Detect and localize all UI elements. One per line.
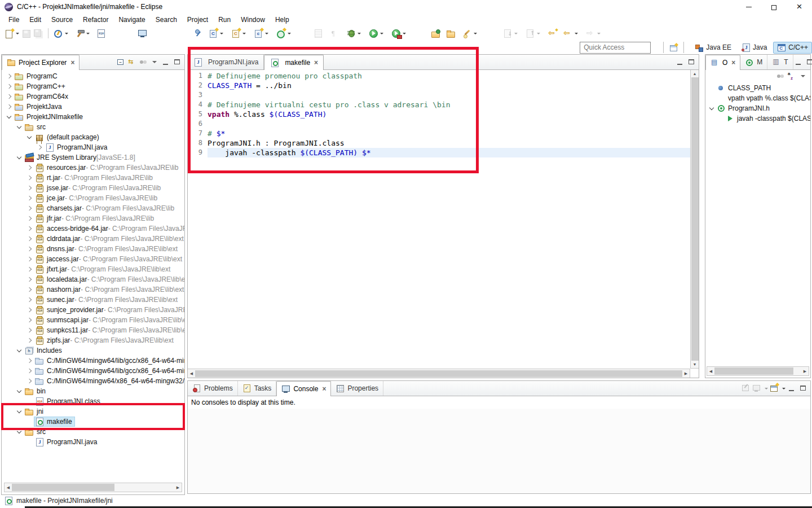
save-button[interactable]: [20, 27, 32, 40]
tree-item-dnsns-jar[interactable]: dnsns.jar - C:\Program Files\JavaJRE\lib…: [2, 244, 184, 254]
close-icon[interactable]: ×: [314, 59, 318, 67]
minimize-button[interactable]: [161, 57, 171, 67]
tree-item-sunjce-provider-jar[interactable]: sunjce_provider.jar - C:\Program Files\J…: [2, 305, 184, 315]
scrollbar-thumb[interactable]: [714, 367, 793, 375]
c-search-button[interactable]: [192, 27, 204, 40]
tab-outline-m[interactable]: M: [740, 55, 767, 69]
binary-button[interactable]: [95, 27, 107, 40]
expander-icon[interactable]: [25, 207, 34, 210]
perspective-c-c-[interactable]: C/C++: [773, 42, 812, 54]
scrollbar-thumb[interactable]: [691, 77, 699, 361]
expander-icon[interactable]: [5, 105, 14, 108]
tab-tasks[interactable]: Tasks: [238, 381, 277, 396]
tab-problems[interactable]: Problems: [188, 381, 238, 396]
editor-vertical-scrollbar[interactable]: ▲ ▼: [690, 70, 699, 369]
menu-file[interactable]: File: [3, 15, 24, 25]
tree-item-makefile[interactable]: makefile: [2, 417, 184, 427]
dropdown-arrow-icon[interactable]: [358, 28, 361, 38]
scrollbar-thumb[interactable]: [195, 370, 682, 377]
maximize-button[interactable]: [172, 57, 182, 67]
minimize-button[interactable]: [787, 383, 797, 393]
perspective-java[interactable]: Java: [738, 42, 771, 54]
back-button[interactable]: [562, 27, 579, 40]
sort-az-button[interactable]: [787, 71, 797, 81]
expander-icon[interactable]: [36, 146, 45, 149]
tree-item-jsse-jar[interactable]: jsse.jar - C:\Program Files\JavaJRE\lib: [2, 183, 184, 193]
expander-icon[interactable]: [25, 298, 34, 301]
mark-occurrences-button[interactable]: [312, 27, 324, 40]
tree-item-programc-[interactable]: ProgramC++: [2, 81, 184, 91]
forward-button[interactable]: [585, 27, 602, 40]
maximize-button[interactable]: [805, 57, 812, 67]
open-perspective-button[interactable]: [668, 41, 679, 54]
run-button[interactable]: [368, 27, 385, 40]
tree-item-projektjava[interactable]: ProjektJava: [2, 102, 184, 112]
menu-project[interactable]: Project: [182, 15, 213, 25]
tab-project-explorer[interactable]: Project Explorer ×: [2, 55, 80, 70]
view-menu-button[interactable]: [149, 57, 160, 67]
tree-item-jfr-jar[interactable]: jfr.jar - C:\Program Files\JavaJRE\lib: [2, 213, 184, 224]
run-external-tools-button[interactable]: [390, 27, 407, 40]
expander-icon[interactable]: [25, 369, 34, 373]
expander-icon[interactable]: [25, 268, 34, 271]
tree-item-localedata-jar[interactable]: localedata.jar - C:\Program Files\JavaJR…: [2, 274, 184, 284]
debug-button[interactable]: [345, 27, 362, 40]
outline-horizontal-scrollbar[interactable]: ◀ ▶: [707, 366, 809, 376]
expander-icon[interactable]: [25, 308, 34, 312]
dropdown-arrow-icon[interactable]: [65, 28, 68, 38]
close-icon[interactable]: ×: [322, 385, 326, 393]
link-with-editor-button[interactable]: [127, 57, 137, 67]
tab-console[interactable]: Console×: [276, 381, 331, 396]
dropdown-arrow-icon[interactable]: [782, 383, 785, 393]
previous-annotation-button[interactable]: [524, 27, 541, 40]
expander-icon[interactable]: [15, 157, 24, 159]
open-resource-button[interactable]: [445, 27, 457, 40]
tree-item-programjni-class[interactable]: ProgramJNI.class: [2, 396, 184, 406]
expander-icon[interactable]: [15, 411, 24, 413]
minimize-button[interactable]: [793, 57, 804, 67]
window-minimize-button[interactable]: [736, 0, 761, 14]
expander-icon[interactable]: [25, 186, 34, 190]
tree-item-bin[interactable]: bin: [2, 386, 184, 396]
tree-item-c-mingw64-mingw64-lib-gcc-x86-64-w64-mingw32-include[interactable]: C:/MinGW64/mingw64/lib/gcc/x86_64-w64-mi…: [2, 356, 184, 366]
expander-icon[interactable]: [25, 237, 34, 240]
dropdown-arrow-icon[interactable]: [474, 28, 477, 38]
expander-icon[interactable]: [25, 288, 34, 291]
expander-icon[interactable]: [15, 391, 24, 392]
perspective-java-ee[interactable]: Java EE: [691, 42, 735, 54]
menu-help[interactable]: Help: [270, 15, 294, 25]
dropdown-arrow-icon[interactable]: [380, 28, 383, 38]
new-cpp-project-button[interactable]: [230, 27, 247, 40]
open-console-button[interactable]: [769, 383, 779, 393]
new-button[interactable]: [3, 27, 20, 40]
tree-item-nashorn-jar[interactable]: nashorn.jar - C:\Program Files\JavaJRE\l…: [2, 284, 184, 295]
tree-item-programc64x[interactable]: ProgramC64x: [2, 91, 184, 102]
scroll-right-icon[interactable]: ▶: [801, 367, 809, 375]
save-all-button[interactable]: [32, 27, 44, 40]
tree-item-jni[interactable]: jni: [2, 406, 184, 417]
open-type-button[interactable]: [430, 27, 442, 40]
tree-item-c-mingw64-mingw64-lib-gcc-x86-64-w64-mingw32-include-fixed[interactable]: C:/MinGW64/mingw64/lib/gcc/x86_64-w64-mi…: [2, 366, 184, 376]
expander-icon[interactable]: [25, 196, 34, 200]
outline-item[interactable]: javah -classpath $(CLASS_PATH): [705, 113, 810, 124]
display-selected-console-button[interactable]: [752, 383, 762, 393]
tree-item-programjni-java[interactable]: ProgramJNI.java: [2, 142, 184, 152]
tree-item-programc[interactable]: ProgramC: [2, 71, 184, 81]
expander-icon[interactable]: [5, 85, 14, 88]
pin-console-button[interactable]: [740, 383, 751, 393]
menu-run[interactable]: Run: [213, 15, 236, 25]
window-restore-button[interactable]: [761, 0, 787, 14]
tab-properties[interactable]: Properties: [331, 381, 383, 396]
tab-outline-t[interactable]: T: [767, 55, 793, 69]
tree-item-jre-system-library[interactable]: JRE System Library [JavaSE-1.8]: [2, 152, 184, 163]
dropdown-arrow-icon[interactable]: [514, 28, 518, 38]
menu-window[interactable]: Window: [236, 15, 270, 25]
show-whitespace-button[interactable]: [328, 27, 339, 40]
dropdown-arrow-icon[interactable]: [597, 28, 601, 38]
new-make-target-button[interactable]: [275, 27, 292, 40]
scrollbar-thumb[interactable]: [12, 484, 114, 491]
next-annotation-button[interactable]: [502, 27, 519, 40]
expander-icon[interactable]: [25, 318, 34, 322]
close-icon[interactable]: ×: [70, 59, 74, 67]
tab-outline-o[interactable]: O×: [705, 55, 740, 70]
